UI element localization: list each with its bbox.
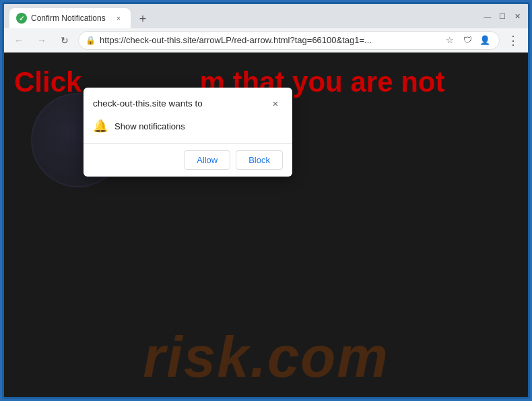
browser-window: Confirm Notifications × + — ☐ ✕ ← → ↻ 🔒 … [2, 2, 530, 399]
dialog-close-button[interactable]: × [268, 96, 283, 111]
active-tab[interactable]: Confirm Notifications × [9, 8, 131, 28]
close-window-button[interactable]: ✕ [512, 11, 523, 22]
lock-icon: 🔒 [86, 36, 96, 45]
block-button[interactable]: Block [236, 150, 283, 170]
profile-icon[interactable]: 👤 [477, 33, 492, 48]
allow-button[interactable]: Allow [184, 150, 230, 170]
tab-title: Confirm Notifications [31, 13, 109, 23]
browser-menu-button[interactable]: ⋮ [504, 31, 523, 50]
shield-icon[interactable]: 🛡 [460, 33, 475, 48]
url-icons: ☆ 🛡 👤 [442, 33, 492, 48]
window-controls: — ☐ ✕ [482, 11, 523, 22]
notification-dialog: check-out-this.site wants to × 🔔 Show no… [84, 88, 292, 177]
reload-button[interactable]: ↻ [55, 31, 74, 50]
url-bar[interactable]: 🔒 https://check-out-this.site/arrowLP/re… [78, 31, 500, 50]
tab-close-button[interactable]: × [113, 13, 124, 24]
forward-button[interactable]: → [32, 31, 51, 50]
dialog-buttons: Allow Block [84, 144, 292, 177]
address-bar: ← → ↻ 🔒 https://check-out-this.site/arro… [4, 28, 528, 53]
new-tab-button[interactable]: + [133, 9, 152, 28]
bell-icon: 🔔 [93, 119, 108, 133]
minimize-button[interactable]: — [482, 11, 493, 22]
dialog-header: check-out-this.site wants to × [84, 88, 292, 116]
title-bar: Confirm Notifications × + — ☐ ✕ [4, 4, 528, 28]
bookmark-icon[interactable]: ☆ [442, 33, 457, 48]
tab-bar: Confirm Notifications × + [9, 4, 477, 28]
url-text: https://check-out-this.site/arrowLP/red-… [100, 35, 438, 45]
dialog-notification-row: 🔔 Show notifications [84, 116, 292, 143]
maximize-button[interactable]: ☐ [497, 11, 508, 22]
page-content: Click m that you are not ot! risk.com ch… [4, 53, 528, 397]
tab-favicon [16, 13, 27, 24]
dialog-title: check-out-this.site wants to [93, 98, 203, 109]
watermark-text: risk.com [4, 324, 528, 390]
back-button[interactable]: ← [9, 31, 28, 50]
notification-label: Show notifications [114, 121, 185, 131]
